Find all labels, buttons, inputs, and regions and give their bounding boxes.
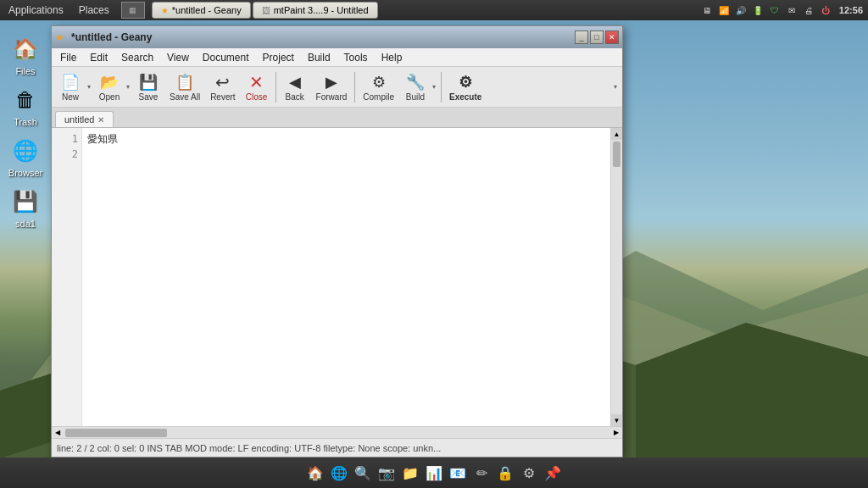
toolbar-more-dropdown[interactable]: ▾ [612, 69, 619, 105]
hscroll-right-arrow[interactable]: ▶ [610, 429, 622, 436]
files-icon[interactable]: 🏠 Files [2, 34, 49, 76]
hscroll-left-arrow[interactable]: ◀ [52, 429, 64, 436]
toolbar-new-button[interactable]: 📄 New [55, 69, 86, 105]
volume-icon: 🔊 [734, 3, 748, 17]
close-icon: ✕ [249, 72, 264, 92]
build-dropdown[interactable]: ▾ [431, 69, 437, 105]
menu-view[interactable]: View [160, 50, 196, 65]
toolbar-revert-button[interactable]: ↩ Revert [206, 69, 239, 105]
sda1-icon-img: 💾 [10, 186, 41, 217]
new-dropdown[interactable]: ▾ [86, 69, 92, 105]
toolbar-open-button[interactable]: 📂 Open [94, 69, 125, 105]
power-icon[interactable]: ⏻ [819, 3, 832, 17]
menu-build[interactable]: Build [301, 50, 337, 65]
new-icon: 📄 [61, 72, 80, 92]
menu-edit[interactable]: Edit [83, 50, 114, 65]
battery-red-icon: 🔋 [751, 3, 765, 17]
places-menu[interactable]: Places [72, 0, 116, 20]
bottom-email-icon[interactable]: 📧 [448, 463, 468, 483]
sda1-label: sda1 [15, 219, 36, 229]
minimize-button[interactable]: _ [575, 30, 588, 44]
monitor-icon: 🖥 [700, 3, 714, 17]
toolbar-forward-button[interactable]: ▶ Forward [312, 69, 352, 105]
save-all-icon: 📋 [175, 72, 194, 92]
toolbar-save-button[interactable]: 💾 Save [133, 69, 164, 105]
sda1-icon[interactable]: 💾 sda1 [2, 186, 49, 229]
editor-content[interactable]: 愛知県 [82, 128, 610, 426]
hscroll-track[interactable] [65, 429, 609, 437]
compile-icon: ⚙ [372, 72, 386, 92]
close-button[interactable]: ✕ [605, 30, 619, 44]
geany-tabs: untitled ✕ [52, 108, 622, 128]
browser-label: Browser [8, 168, 42, 178]
menu-search[interactable]: Search [114, 50, 160, 65]
mtpaint-taskbar-button[interactable]: 🖼 mtPaint 3....9 - Untitled [253, 2, 378, 19]
menu-project[interactable]: Project [256, 50, 301, 65]
toolbar-back-button[interactable]: ◀ Back [280, 69, 310, 105]
geany-editor: 1 2 愛知県 ▲ ▼ [52, 128, 622, 426]
editor-line-2 [87, 147, 605, 162]
vertical-scrollbar[interactable]: ▲ ▼ [610, 128, 622, 426]
geany-title-icon: ★ [55, 31, 64, 43]
geany-titlebar: ★ *untitled - Geany _ □ ✕ [52, 26, 622, 48]
toolbar-compile-button[interactable]: ⚙ Compile [359, 69, 398, 105]
toolbar-separator-2 [354, 72, 355, 103]
execute-icon: ⚙ [459, 72, 472, 92]
maximize-button[interactable]: □ [590, 30, 604, 44]
scroll-track[interactable] [611, 169, 622, 414]
hscroll-thumb[interactable] [65, 429, 167, 437]
trash-icon-img: 🗑 [10, 85, 41, 115]
bottom-search-icon[interactable]: 🔍 [353, 463, 373, 483]
geany-taskbar-button[interactable]: ★ *untitled - Geany [152, 2, 251, 19]
bottom-spreadsheet-icon[interactable]: 📊 [424, 463, 444, 483]
geany-menubar: File Edit Search View Document Project B… [52, 48, 622, 67]
line-number-2: 2 [55, 147, 78, 162]
editor-line-1: 愛知県 [87, 131, 605, 147]
line-numbers: 1 2 [52, 128, 82, 426]
geany-statusbar: line: 2 / 2 col: 0 sel: 0 INS TAB MOD mo… [52, 438, 622, 457]
menu-tools[interactable]: Tools [337, 50, 375, 65]
open-dropdown[interactable]: ▾ [125, 69, 131, 105]
scroll-down-arrow[interactable]: ▼ [611, 414, 622, 426]
bottom-edit-icon[interactable]: ✏ [471, 463, 492, 483]
browser-icon-img: 🌐 [10, 136, 41, 166]
geany-toolbar: 📄 New ▾ 📂 Open ▾ 💾 Save 📋 Save All [52, 67, 622, 108]
scroll-thumb[interactable] [613, 141, 620, 167]
untitled-tab[interactable]: untitled ✕ [55, 111, 114, 127]
toolbar-build-button[interactable]: 🔧 Build [400, 69, 431, 105]
email-icon: ✉ [785, 3, 798, 17]
revert-icon: ↩ [215, 72, 230, 92]
line-number-1: 1 [55, 131, 78, 147]
clock: 12:56 [839, 5, 863, 15]
bottom-screenshot-icon[interactable]: 📷 [376, 463, 397, 483]
toolbar-save-all-button[interactable]: 📋 Save All [165, 69, 204, 105]
files-icon-img: 🏠 [10, 34, 41, 64]
bottom-home-icon[interactable]: 🏠 [305, 463, 326, 483]
toolbar-execute-button[interactable]: ⚙ Execute [445, 69, 486, 105]
horizontal-scrollbar[interactable]: ◀ ▶ [52, 426, 622, 438]
taskbar-widget: ▦ [121, 2, 145, 19]
bottom-browser-icon[interactable]: 🌐 [329, 463, 349, 483]
applications-menu[interactable]: Applications [2, 0, 70, 20]
menu-file[interactable]: File [53, 50, 83, 65]
network-icon: 📶 [717, 3, 731, 17]
bottom-settings-icon[interactable]: ⚙ [519, 463, 539, 483]
trash-icon[interactable]: 🗑 Trash [2, 85, 49, 127]
svg-marker-3 [636, 323, 868, 458]
menu-document[interactable]: Document [196, 50, 256, 65]
toolbar-close-button[interactable]: ✕ Close [242, 69, 272, 105]
bottom-lock-icon[interactable]: 🔒 [495, 463, 515, 483]
geany-window: ★ *untitled - Geany _ □ ✕ File Edit Sear… [51, 25, 623, 458]
toolbar-separator-1 [275, 72, 276, 103]
bottom-files-icon[interactable]: 📁 [400, 463, 420, 483]
tab-close-button[interactable]: ✕ [97, 115, 104, 125]
bottom-pin-icon[interactable]: 📌 [542, 463, 563, 483]
geany-title-text: *untitled - Geany [68, 31, 152, 43]
tab-label: untitled [64, 114, 94, 125]
browser-icon[interactable]: 🌐 Browser [2, 136, 49, 178]
open-icon: 📂 [100, 72, 119, 92]
menu-help[interactable]: Help [375, 50, 409, 65]
scroll-up-arrow[interactable]: ▲ [611, 128, 622, 140]
security-icon: 🛡 [768, 3, 782, 17]
status-text: line: 2 / 2 col: 0 sel: 0 INS TAB MOD mo… [57, 443, 441, 453]
